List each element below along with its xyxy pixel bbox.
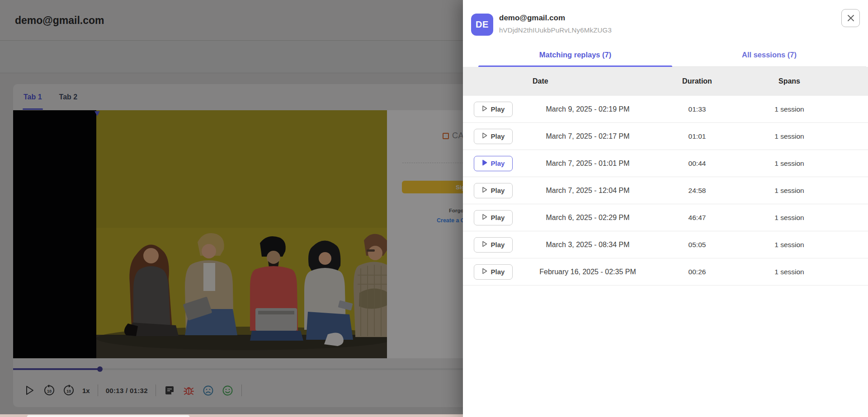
play-button[interactable]: Play (474, 183, 513, 198)
play-icon (482, 159, 487, 167)
session-table-body: Play March 9, 2025 - 02:19 PM 01:33 1 se… (463, 96, 868, 286)
session-date: March 9, 2025 - 02:19 PM (524, 105, 652, 113)
play-button[interactable]: Play (474, 156, 513, 171)
column-header-date: Date (524, 77, 652, 85)
session-row: Play March 7, 2025 - 12:04 PM 24:58 1 se… (463, 177, 868, 204)
play-icon (482, 241, 487, 248)
session-row: Play March 7, 2025 - 01:01 PM 00:44 1 se… (463, 150, 868, 177)
play-button[interactable]: Play (474, 264, 513, 280)
session-drawer: DE demo@gmail.com hVDjdN2thIUukbPuRvLNy6… (463, 0, 868, 417)
session-spans: 1 session (742, 241, 836, 249)
session-row: Play March 9, 2025 - 02:19 PM 01:33 1 se… (463, 96, 868, 123)
session-spans: 1 session (742, 187, 836, 195)
session-duration: 01:01 (652, 132, 742, 141)
play-icon (482, 105, 487, 113)
session-spans: 1 session (742, 159, 836, 168)
session-row: Play March 7, 2025 - 02:17 PM 01:01 1 se… (463, 123, 868, 150)
session-duration: 05:05 (652, 241, 742, 249)
screen: demo@gmail.com Tab 1 Tab 2 (0, 0, 868, 417)
play-button[interactable]: Play (474, 102, 513, 117)
play-button[interactable]: Play (474, 210, 513, 225)
session-date: March 7, 2025 - 02:17 PM (524, 132, 652, 141)
play-icon (482, 187, 487, 194)
column-header-spans: Spans (742, 77, 836, 85)
session-spans: 1 session (742, 268, 836, 276)
tab-matching-replays[interactable]: Matching replays (7) (478, 43, 672, 66)
avatar: DE (471, 14, 493, 36)
session-spans: 1 session (742, 105, 836, 113)
close-button[interactable] (841, 9, 860, 27)
tab-all-sessions[interactable]: All sessions (7) (672, 43, 866, 66)
play-icon (482, 268, 487, 276)
session-duration: 00:44 (652, 159, 742, 168)
session-date: March 7, 2025 - 12:04 PM (524, 187, 652, 195)
session-date: March 6, 2025 - 02:29 PM (524, 214, 652, 222)
session-row: Play February 16, 2025 - 02:35 PM 00:26 … (463, 258, 868, 286)
session-duration: 01:33 (652, 105, 742, 113)
user-id: hVDjdN2thIUukbPuRvLNy6MkZUG3 (499, 26, 612, 34)
bottom-strip (0, 414, 463, 417)
drawer-tab-bar: Matching replays (7) All sessions (7) (478, 43, 866, 67)
session-row: Play March 3, 2025 - 08:34 PM 05:05 1 se… (463, 231, 868, 258)
session-date: March 7, 2025 - 01:01 PM (524, 159, 652, 168)
session-duration: 00:26 (652, 268, 742, 276)
bottom-strip-card (27, 415, 190, 417)
table-header: Date Duration Spans (463, 67, 868, 96)
play-button[interactable]: Play (474, 129, 513, 144)
play-button[interactable]: Play (474, 237, 513, 253)
session-duration: 24:58 (652, 187, 742, 195)
session-row: Play March 6, 2025 - 02:29 PM 46:47 1 se… (463, 204, 868, 231)
user-email: demo@gmail.com (499, 14, 565, 23)
column-header-duration: Duration (652, 77, 742, 85)
session-date: February 16, 2025 - 02:35 PM (524, 268, 652, 276)
session-date: March 3, 2025 - 08:34 PM (524, 241, 652, 249)
session-spans: 1 session (742, 132, 836, 141)
play-icon (482, 132, 487, 140)
session-duration: 46:47 (652, 214, 742, 222)
play-icon (482, 214, 487, 221)
session-spans: 1 session (742, 214, 836, 222)
